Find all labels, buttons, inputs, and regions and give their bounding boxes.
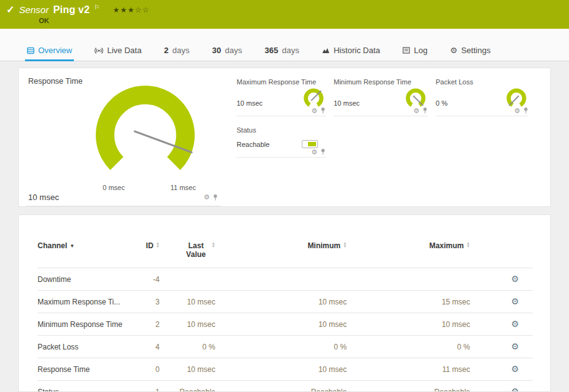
column-header-last-value[interactable]: Last Value▲▼ — [160, 241, 215, 268]
pin-icon[interactable] — [423, 107, 428, 114]
minimum-value: Reachable — [215, 381, 347, 392]
channel-name[interactable]: Minimum Response Time — [38, 313, 131, 336]
gear-icon[interactable]: ⚙ — [203, 194, 210, 201]
column-header-maximum[interactable]: Maximum▲▼ — [347, 241, 470, 268]
response-time-value: 10 msec — [28, 193, 59, 202]
channels-panel: Channel▼ ID▲▼ Last Value▲▼ Minimum▲▼ Max — [18, 214, 551, 392]
channel-name[interactable]: Packet Loss — [38, 336, 131, 358]
star-empty-icon: ☆ — [142, 6, 150, 14]
tab-label: Live Data — [107, 46, 141, 55]
channel-settings-icon[interactable]: ⚙ — [511, 386, 519, 392]
channel-name[interactable]: Downtime — [38, 268, 131, 291]
log-icon — [402, 47, 410, 54]
pin-icon[interactable] — [320, 148, 326, 156]
tab-2-days[interactable]: 2 days — [162, 46, 192, 61]
sensor-status-badge: OK — [39, 17, 563, 24]
gauge-title: Packet Loss — [436, 78, 528, 86]
settings-gear-icon: ⚙ — [450, 46, 458, 54]
minimum-value — [215, 268, 347, 291]
tab-live-data[interactable]: Live Data — [93, 46, 143, 61]
column-label: Maximum — [429, 241, 464, 250]
status-channel-block: Status Reachable ⚙ — [237, 126, 326, 158]
column-header-channel[interactable]: Channel▼ — [38, 241, 131, 268]
star-empty-icon: ☆ — [135, 6, 143, 14]
column-header-minimum[interactable]: Minimum▲▼ — [215, 241, 347, 268]
priority-rating[interactable]: ★★★☆☆ — [113, 6, 150, 14]
channel-settings-icon[interactable]: ⚙ — [511, 319, 519, 329]
pin-icon[interactable] — [523, 107, 528, 114]
tab-30-days[interactable]: 30 days — [210, 46, 244, 61]
last-value: 10 msec — [160, 358, 215, 381]
star-filled-icon: ★ — [113, 6, 120, 14]
sort-toggle-icon: ▲▼ — [212, 242, 215, 248]
overview-icon — [27, 47, 34, 54]
min-response-time-value: 10 msec — [334, 99, 360, 114]
tab-historic-data[interactable]: Historic Data — [320, 46, 382, 61]
channel-settings-icon[interactable]: ⚙ — [511, 341, 519, 351]
tab-label: days — [282, 46, 299, 55]
live-data-icon — [95, 47, 103, 54]
channel-name[interactable]: Status — [38, 381, 131, 392]
gauge-footer: 10 msec ⚙ — [26, 191, 220, 206]
sort-toggle-icon: ▲▼ — [343, 242, 347, 248]
maximum-value — [347, 268, 470, 291]
prtg-sensor-page: ✓ Sensor Ping v2 ⚐ ★★★☆☆ OK Overview — [0, 0, 569, 392]
gear-icon[interactable]: ⚙ — [311, 108, 317, 114]
tab-number: 30 — [212, 46, 221, 55]
min-response-time-block: Minimum Response Time 10 msec ⚙ — [334, 78, 428, 116]
channel-id: 3 — [131, 291, 160, 313]
maximum-value: 15 msec — [347, 291, 470, 313]
maximum-value: 0 % — [347, 336, 470, 358]
channel-id: 2 — [131, 313, 160, 336]
packet-loss-block: Packet Loss 0 % ⚙ — [436, 78, 528, 116]
channel-settings-icon[interactable]: ⚙ — [511, 274, 519, 284]
tab-365-days[interactable]: 365 days — [263, 46, 301, 61]
gauge-scale-max: 11 msec — [170, 184, 196, 191]
pin-icon[interactable] — [320, 107, 326, 114]
minimum-value: 10 msec — [215, 313, 347, 336]
star-filled-icon: ★ — [128, 6, 135, 14]
sort-toggle-icon: ▲▼ — [466, 242, 470, 248]
gear-icon[interactable]: ⚙ — [311, 149, 317, 156]
historic-data-icon — [322, 47, 330, 54]
tab-label: days — [225, 46, 242, 55]
channel-name[interactable]: Response Time — [38, 358, 131, 381]
tab-label: Log — [414, 46, 428, 55]
channel-settings-icon[interactable]: ⚙ — [511, 296, 519, 306]
maximum-value: 11 msec — [347, 358, 470, 381]
table-row-response-time: Response Time 0 10 msec 10 msec 11 msec … — [38, 358, 533, 381]
channel-name[interactable]: Maximum Response Ti... — [38, 291, 131, 313]
tab-log[interactable]: Log — [401, 46, 429, 61]
gear-icon[interactable]: ⚙ — [413, 108, 419, 114]
channel-settings-icon[interactable]: ⚙ — [511, 364, 519, 374]
sensor-header: ✓ Sensor Ping v2 ⚐ ★★★☆☆ OK — [0, 0, 569, 29]
pin-icon[interactable] — [213, 194, 218, 201]
column-header-id[interactable]: ID▲▼ — [131, 241, 160, 268]
tab-overview[interactable]: Overview — [25, 46, 74, 61]
tab-number: 365 — [265, 46, 279, 55]
tab-number: 2 — [164, 46, 168, 55]
flag-icon[interactable]: ⚐ — [94, 4, 100, 11]
maximum-value: 10 msec — [347, 313, 470, 336]
table-row-packet-loss: Packet Loss 4 0 % 0 % 0 % ⚙ — [38, 336, 533, 358]
max-response-time-block: Maximum Response Time 10 msec ⚙ — [237, 78, 326, 116]
status-value: Reachable — [237, 141, 270, 156]
last-value: 10 msec — [160, 291, 215, 313]
mini-gauges-grid: Maximum Response Time 10 msec ⚙ — [237, 74, 541, 206]
response-time-gauge-block: Response Time 0 msec 11 msec 10 msec ⚙ — [26, 74, 220, 206]
star-filled-icon: ★ — [120, 6, 128, 14]
sensor-tabbar: Overview Live Data 2 days 30 days 365 da… — [0, 29, 569, 61]
column-header-actions — [470, 241, 533, 268]
gear-icon[interactable]: ⚙ — [514, 108, 520, 114]
status-indicator-on — [308, 142, 316, 146]
sort-toggle-icon: ▲▼ — [156, 242, 160, 248]
channel-id: 0 — [131, 358, 160, 381]
table-row-minimum-response-time: Minimum Response Time 2 10 msec 10 msec … — [38, 313, 533, 336]
channel-id: 1 — [131, 381, 160, 392]
last-value: 0 % — [160, 336, 215, 358]
sensor-title-row: ✓ Sensor Ping v2 ⚐ ★★★☆☆ — [6, 4, 563, 16]
channel-id: -4 — [131, 268, 160, 291]
last-value: 10 msec — [160, 313, 215, 336]
tab-settings[interactable]: ⚙ Settings — [448, 46, 493, 61]
channel-actions-cell: ⚙ — [470, 291, 533, 313]
